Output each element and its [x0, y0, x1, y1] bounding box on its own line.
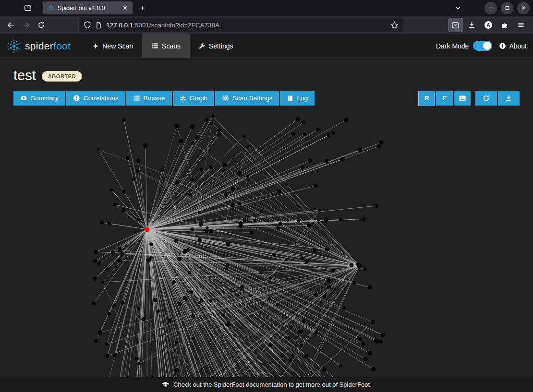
asterisk-icon — [180, 95, 186, 102]
title-line: test ABORTED — [13, 68, 520, 83]
graduation-cap-icon — [161, 380, 170, 389]
tab-browse[interactable]: Browse — [126, 91, 172, 106]
browser-toolbar: 127.0.0.1:5001/scaninfo?id=2FCA738A A — [0, 16, 533, 34]
toggle-knob — [483, 42, 491, 50]
tab-log[interactable]: Log — [280, 91, 315, 106]
bookmark-star-icon[interactable] — [390, 21, 399, 29]
gear-icon — [222, 95, 229, 102]
navbar-right: Dark Mode About — [436, 41, 527, 51]
url-text[interactable]: 127.0.0.1:5001/scaninfo?id=2FCA738A — [106, 22, 387, 29]
spiderfoot-logo[interactable]: spiderfoot — [7, 39, 71, 53]
graph-view-controls: R F — [418, 91, 520, 106]
download-button[interactable] — [498, 91, 520, 106]
browser-tab[interactable]: SpiderFoot v4.0.0 — [43, 1, 133, 14]
extensions-puzzle-icon[interactable] — [497, 18, 512, 32]
tab-scan-settings[interactable]: Scan Settings — [215, 91, 279, 106]
svg-text:A: A — [486, 23, 490, 28]
wrench-icon — [199, 43, 206, 49]
downloads-icon[interactable] — [464, 18, 479, 32]
exclamation-circle-icon — [73, 95, 80, 102]
image-icon — [459, 95, 466, 102]
refresh-download-buttons — [475, 91, 520, 106]
nav-item-label: New Scan — [102, 42, 133, 50]
scan-info-page: test ABORTED Summary Correlations Browse… — [0, 58, 533, 106]
new-scan-icon — [92, 43, 99, 49]
graph-force-layout-button[interactable]: F — [436, 91, 453, 106]
tab-label: Correlations — [84, 95, 119, 102]
tab-label: Browse — [144, 95, 165, 102]
graph-random-layout-button[interactable]: R — [418, 91, 435, 106]
shield-icon[interactable] — [84, 21, 91, 29]
pocket-icon[interactable] — [448, 18, 463, 32]
dark-mode-label: Dark Mode — [436, 42, 469, 50]
about-label: About — [509, 42, 527, 50]
about-button[interactable]: About — [499, 42, 527, 50]
firefox-view-icon[interactable] — [21, 2, 35, 14]
scan-status-badge: ABORTED — [42, 71, 83, 82]
toolbar-right-icons: A — [448, 18, 528, 32]
list-all-tabs-icon[interactable] — [451, 2, 464, 14]
url-host: 127.0.0.1 — [106, 22, 133, 29]
window-maximize-button[interactable] — [501, 2, 513, 14]
tab-label: Scan Settings — [232, 95, 272, 102]
menu-hamburger-icon[interactable] — [513, 18, 528, 32]
spiderfoot-logo-icon — [7, 39, 21, 53]
download-icon — [505, 95, 512, 102]
url-bar[interactable]: 127.0.0.1:5001/scaninfo?id=2FCA738A — [79, 18, 403, 32]
list-icon — [133, 95, 140, 102]
tab-correlations[interactable]: Correlations — [66, 91, 125, 106]
scan-title: test — [13, 68, 36, 83]
scan-graph[interactable] — [0, 110, 533, 379]
info-icon — [499, 42, 506, 49]
reload-icon[interactable] — [34, 18, 49, 32]
app-navbar: spiderfoot New Scan Scans Settings Dark … — [0, 34, 533, 58]
tab-summary[interactable]: Summary — [13, 91, 65, 106]
log-icon — [287, 95, 293, 102]
back-icon[interactable] — [3, 18, 18, 32]
page-info-icon[interactable] — [95, 22, 102, 29]
dark-mode-control: Dark Mode — [436, 41, 492, 51]
refresh-icon — [483, 95, 490, 102]
url-rest: :5001/scaninfo?id=2FCA738A — [133, 22, 219, 29]
nav-item-new-scan[interactable]: New Scan — [83, 34, 142, 58]
list-icon — [151, 42, 158, 49]
nav-item-scans[interactable]: Scans — [142, 34, 190, 58]
brand-text: spiderfoot — [25, 40, 71, 52]
scan-toolbar: Summary Correlations Browse Graph Scan S… — [13, 91, 520, 106]
window-minimize-button[interactable] — [485, 2, 497, 14]
tab-label: Graph — [190, 95, 208, 102]
new-tab-button[interactable]: + — [136, 2, 149, 14]
dark-mode-toggle[interactable] — [473, 41, 492, 51]
nav-item-label: Settings — [209, 42, 233, 50]
tab-title: SpiderFoot v4.0.0 — [58, 5, 120, 12]
account-icon[interactable]: A — [481, 18, 496, 32]
tab-close-icon[interactable] — [120, 3, 130, 13]
browser-titlebar: SpiderFoot v4.0.0 + — [0, 0, 533, 16]
layout-buttons: R F — [418, 91, 471, 106]
nav-item-settings[interactable]: Settings — [190, 34, 242, 58]
tab-label: Summary — [31, 95, 59, 102]
forward-icon[interactable] — [18, 18, 34, 32]
nav-item-label: Scans — [162, 42, 181, 50]
refresh-button[interactable] — [475, 91, 497, 106]
spiderfoot-favicon — [48, 5, 54, 12]
window-close-button[interactable] — [517, 2, 530, 14]
footer: Check out the SpiderFoot documentation t… — [0, 377, 533, 392]
scan-tab-buttons: Summary Correlations Browse Graph Scan S… — [13, 91, 315, 106]
tab-graph[interactable]: Graph — [173, 91, 215, 106]
eye-icon — [20, 95, 27, 102]
tab-label: Log — [297, 95, 308, 102]
graph-image-button[interactable] — [454, 91, 471, 106]
footer-message[interactable]: Check out the SpiderFoot documentation t… — [173, 381, 372, 388]
